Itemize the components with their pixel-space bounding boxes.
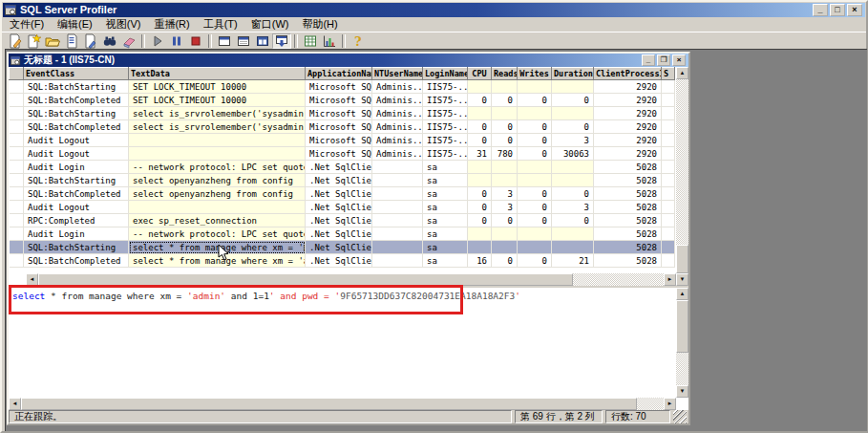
row-marker [10, 254, 24, 268]
table-row[interactable]: SQL:BatchCompletedSET LOCK_TIMEOUT 10000… [10, 94, 675, 107]
row-marker [10, 187, 24, 201]
menu-item-replay[interactable]: 重播(R) [147, 16, 196, 32]
scroll-down-button[interactable]: ▼ [676, 273, 688, 286]
scroll-up-button[interactable]: ▲ [676, 67, 688, 79]
open-table-icon[interactable] [62, 33, 81, 49]
scroll-down-button[interactable]: ▼ [676, 385, 688, 398]
minimize-button[interactable]: _ [813, 4, 828, 16]
table-row[interactable]: SQL:BatchStartingselect * from manage wh… [10, 241, 675, 254]
menu-item-help[interactable]: 帮助(H) [295, 16, 344, 32]
table-row[interactable]: Audit Login-- network protocol: LPC set … [10, 161, 675, 174]
chart-icon[interactable] [320, 33, 339, 49]
column-header-clientprocessid[interactable]: ClientProcessID [594, 68, 662, 80]
title-bar[interactable]: SQL Server Profiler _ □ × [3, 3, 865, 17]
maximize-button[interactable]: □ [830, 4, 845, 16]
table-row[interactable]: RPC:Completedexec sp_reset_connection.Ne… [10, 214, 675, 227]
window-dark-icon[interactable] [253, 33, 272, 49]
menu-item-window[interactable]: 窗口(W) [244, 16, 296, 32]
table-row[interactable]: Audit LogoutMicrosoft SQ...Adminis...IIS… [10, 147, 675, 161]
help-icon[interactable]: ? [349, 33, 368, 49]
cell-clientprocessid: 5028 [594, 214, 662, 227]
cell-textdata: select is_srvrolemember('sysadmin')... [129, 120, 306, 134]
detail-pane[interactable]: select * from manage where xm = 'admin' … [9, 288, 688, 410]
cell-eventclass: SQL:BatchStarting [24, 80, 129, 94]
cell-ntusername [372, 241, 423, 254]
cell-writes: 0 [518, 134, 552, 147]
table-row[interactable]: SQL:BatchCompletedselect openyanzheng fr… [10, 187, 675, 201]
window-grid-icon[interactable] [234, 33, 253, 49]
trace-minimize-button[interactable]: _ [642, 54, 655, 66]
new-template-icon[interactable] [24, 33, 43, 49]
scroll-up-button[interactable]: ▲ [676, 288, 688, 300]
close-button[interactable]: × [847, 4, 862, 16]
cell-loginname: sa [423, 201, 468, 214]
cell-clientprocessid: 2920 [594, 120, 662, 134]
properties-icon[interactable] [81, 33, 100, 49]
menu-item-tools[interactable]: 工具(T) [197, 16, 244, 32]
cell-applicationname: Microsoft SQ... [306, 94, 372, 107]
grid-vertical-scrollbar[interactable]: ▲ ▼ [676, 67, 688, 286]
cell-duration [552, 161, 594, 174]
cell-eventclass: RPC:Completed [24, 214, 129, 227]
column-header-s[interactable]: S [662, 68, 675, 80]
new-trace-icon[interactable] [5, 33, 24, 49]
column-header-eventclass[interactable]: EventClass [24, 68, 129, 80]
cell-applicationname: .Net SqlClie... [306, 254, 372, 268]
clear-trace-icon[interactable] [119, 33, 138, 49]
menu-item-edit[interactable]: 编辑(E) [51, 16, 99, 32]
detail-horizontal-scrollbar[interactable]: ◄ ► [9, 398, 676, 410]
trace-restore-button[interactable]: ❐ [657, 54, 670, 66]
trace-window-title-bar[interactable]: 无标题 - 1 (IIS75-CN) _ ❐ × [9, 54, 688, 67]
column-header-textdata[interactable]: TextData [129, 68, 306, 80]
cell-writes [518, 174, 552, 187]
detail-vertical-scrollbar[interactable]: ▲ ▼ [676, 288, 688, 398]
svg-text:?: ? [354, 34, 362, 49]
table-row[interactable]: SQL:BatchStartingSET LOCK_TIMEOUT 10000M… [10, 80, 675, 94]
scroll-right-button[interactable]: ► [664, 398, 676, 410]
column-header-duration[interactable]: Duration [552, 68, 594, 80]
detail-hscroll-thumb[interactable] [21, 398, 637, 410]
cell-textdata: select is_srvrolemember('sysadmin')... [129, 107, 306, 120]
cell-cpu [468, 80, 492, 94]
table-row[interactable]: Audit Logout.Net SqlClie...sa03035028 [10, 201, 675, 214]
start-trace-icon[interactable] [148, 33, 167, 49]
detail-vscroll-thumb[interactable] [676, 300, 688, 353]
cell-duration: 30063 [552, 147, 594, 161]
column-header-writes[interactable]: Writes [518, 68, 552, 80]
table-row[interactable]: SQL:BatchStartingselect openyanzheng fro… [10, 174, 675, 187]
open-icon[interactable] [43, 33, 62, 49]
pause-trace-icon[interactable] [167, 33, 186, 49]
resize-grip[interactable] [673, 410, 687, 423]
table-row[interactable]: SQL:BatchStartingselect is_srvrolemember… [10, 107, 675, 120]
cell-loginname: sa [423, 254, 468, 268]
grid-vscroll-thumb[interactable] [676, 245, 688, 273]
cell-cpu: 16 [468, 254, 492, 268]
cell-reads: 3 [492, 187, 518, 201]
row-marker [10, 201, 24, 214]
cell-applicationname: Microsoft SQ... [306, 107, 372, 120]
cell-duration: 0 [552, 187, 594, 201]
column-header-reads[interactable]: Reads [492, 68, 518, 80]
menu-item-file[interactable]: 文件(F) [3, 16, 51, 32]
find-icon[interactable] [100, 33, 119, 49]
scroll-left-button[interactable]: ◄ [9, 398, 21, 410]
window-icon[interactable] [215, 33, 234, 49]
table-row[interactable]: SQL:BatchCompletedselect * from manage w… [10, 254, 675, 268]
trace-close-button[interactable]: × [672, 54, 686, 66]
table-row[interactable]: SQL:BatchCompletedselect is_srvrolemembe… [10, 120, 675, 134]
column-header-cpu[interactable]: CPU [468, 68, 492, 80]
status-bar: 正在跟踪。 第 69 行，第 2 列 行数: 70 [9, 410, 688, 423]
stop-trace-icon[interactable] [186, 33, 205, 49]
row-marker [10, 214, 24, 227]
table-row[interactable]: Audit Login-- network protocol: LPC set … [10, 227, 675, 241]
column-header-applicationname[interactable]: ApplicationName [306, 68, 372, 80]
auto-scroll-icon[interactable] [272, 33, 291, 49]
cell-ntusername [372, 254, 423, 268]
menu-item-view[interactable]: 视图(V) [99, 16, 148, 32]
cell-reads [492, 227, 518, 241]
column-header-loginname[interactable]: LoginName [423, 68, 468, 80]
grid-view-icon[interactable] [301, 33, 320, 49]
table-row[interactable]: Audit LogoutMicrosoft SQ...Adminis...IIS… [10, 134, 675, 147]
column-header-ntusername[interactable]: NTUserName [372, 68, 423, 80]
scroll-right-button[interactable]: ► [664, 273, 676, 286]
